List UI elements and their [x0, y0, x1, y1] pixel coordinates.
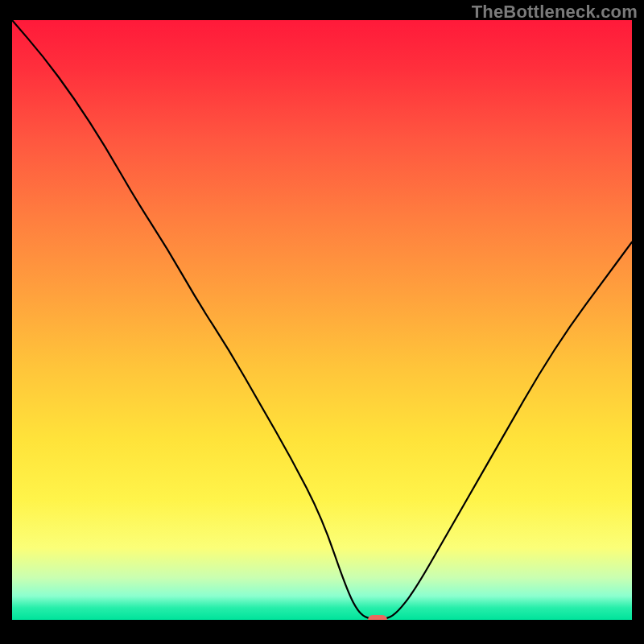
- watermark-text: TheBottleneck.com: [472, 2, 638, 23]
- min-marker: [368, 615, 387, 620]
- chart-container: TheBottleneck.com: [0, 0, 644, 644]
- plot-area: [12, 20, 632, 620]
- bottleneck-curve: [12, 20, 632, 620]
